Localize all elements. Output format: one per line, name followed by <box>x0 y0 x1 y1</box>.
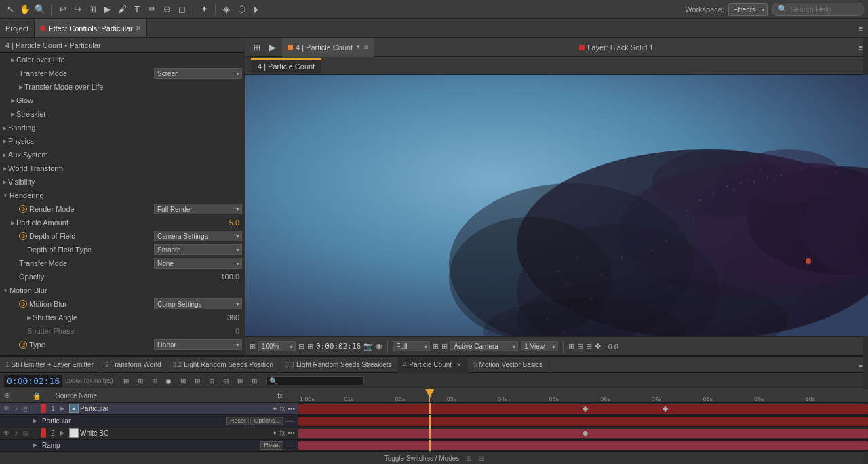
tl-bottom-icon-1[interactable]: ⊞ <box>466 455 471 462</box>
effect-controls-close[interactable]: ✕ <box>136 24 141 32</box>
tl-more-2[interactable]: ••• <box>288 429 295 437</box>
tl-solo-1[interactable]: ◎ <box>22 405 30 412</box>
quality-dropdown[interactable]: Full Half Quarter <box>393 341 430 351</box>
puppet-icon[interactable]: ✦ <box>198 3 210 16</box>
viewer-ctrl-icon-1[interactable]: ⊞ <box>250 342 256 351</box>
clone-icon[interactable]: ⊕ <box>161 3 173 16</box>
tl-tab-5[interactable]: 4 Particle Count ✕ <box>398 357 468 373</box>
tl-expand-2[interactable]: ▶ <box>60 429 68 436</box>
tl-search-input[interactable] <box>279 377 361 385</box>
expand-particle-amount[interactable]: ▶ <box>11 220 15 226</box>
stopwatch-mb[interactable]: ⏱ <box>19 300 27 308</box>
playback-icon[interactable]: ⏵ <box>250 3 262 16</box>
viewer-icon-2[interactable]: ▶ <box>266 41 278 54</box>
viewer-ctrl-icon-7[interactable]: ⊞ <box>441 342 448 351</box>
stopwatch-render-mode[interactable]: ⏱ <box>19 205 27 213</box>
tl-tab-2[interactable]: 2 Transform World <box>100 357 167 373</box>
expand-world-transform[interactable]: ▶ <box>3 166 7 172</box>
tl-ctrl-5[interactable]: ⊞ <box>177 374 189 387</box>
tl-ctrl-9[interactable]: ⊞ <box>234 374 246 387</box>
viewer-ctrl-icon-9[interactable]: ⊞ <box>577 342 583 351</box>
zoom-tool-icon[interactable]: 🔍 <box>34 3 46 16</box>
tl-ctrl-3[interactable]: ⊞ <box>149 374 161 387</box>
paint-icon[interactable]: 🖌 <box>116 3 128 16</box>
viewer-ctrl-icon-2[interactable]: ⊟ <box>298 342 304 351</box>
viewer-ctrl-icon-8[interactable]: ⊞ <box>568 342 574 351</box>
view-mode-dropdown[interactable]: Active Camera <box>450 341 518 351</box>
project-tab[interactable]: Project <box>0 19 35 37</box>
3d-icon[interactable]: ⬡ <box>235 3 248 16</box>
tl-tab-3[interactable]: 3.2 Light Random Seeds Position <box>167 357 279 373</box>
redo-icon[interactable]: ↪ <box>71 3 83 16</box>
particle-amount-value[interactable]: 5.0 <box>229 218 239 227</box>
shutter-phase-value[interactable]: 0 <box>235 327 239 335</box>
tl-timecode[interactable]: 0:00:02:16 <box>4 375 62 387</box>
tl-ctrl-10[interactable]: ⊞ <box>248 374 260 387</box>
viewer-ctrl-icon-3[interactable]: ⊞ <box>307 342 313 351</box>
tl-ctrl-8[interactable]: ⊞ <box>220 374 232 387</box>
toggle-switches-btn[interactable]: Toggle Switches / Modes <box>384 455 460 462</box>
eraser-icon[interactable]: ◻ <box>176 3 188 16</box>
tl-ctrl-1[interactable]: ⊞ <box>120 374 132 387</box>
playhead-handle[interactable] <box>425 389 434 398</box>
expand-transfer-mode-over-life[interactable]: ▶ <box>19 84 23 90</box>
tl-audio-2[interactable]: ♪ <box>12 429 20 437</box>
tl-fx-1[interactable]: fx <box>280 405 285 412</box>
viewer-ctrl-icon-4[interactable]: 📷 <box>363 342 373 351</box>
expand-aux-system[interactable]: ▶ <box>3 152 7 158</box>
transfer-mode-dropdown[interactable]: Screen <box>154 68 242 79</box>
expand-glow[interactable]: ▶ <box>11 98 15 104</box>
snapping-icon[interactable]: ◈ <box>220 3 233 16</box>
tl-bottom-icon-2[interactable]: ⊞ <box>478 455 484 462</box>
expand-shading[interactable]: ▶ <box>3 125 7 131</box>
tl-star-1[interactable]: ✦ <box>272 405 277 412</box>
selection-tool-icon[interactable]: ↖ <box>4 3 16 16</box>
render-mode-dropdown[interactable]: Full Render <box>154 204 242 214</box>
pen-icon[interactable]: ✏ <box>146 3 158 16</box>
shutter-angle-value[interactable]: 360 <box>227 313 239 322</box>
time-playhead[interactable] <box>429 389 430 402</box>
type-dropdown[interactable]: Linear <box>154 339 242 350</box>
search-input[interactable] <box>790 5 858 14</box>
motion-blur-dropdown[interactable]: Comp Settings <box>154 298 242 309</box>
tl-reset-ramp-btn[interactable]: Reset <box>260 441 283 450</box>
comp-dropdown-arrow[interactable]: ▼ <box>355 44 361 50</box>
comp-tab-close[interactable]: ✕ <box>363 44 369 51</box>
tl-tab-1[interactable]: 1 Still Emitter + Layer Emitter <box>0 357 100 373</box>
tl-star-2[interactable]: ✦ <box>272 429 277 437</box>
tl-options-btn[interactable]: Options... <box>250 417 283 425</box>
expand-physics[interactable]: ▶ <box>3 138 7 144</box>
dof-dropdown[interactable]: Camera Settings <box>154 231 242 241</box>
expand-color-over-life[interactable]: ▶ <box>11 57 15 63</box>
tl-solo-2[interactable]: ◎ <box>22 429 30 437</box>
render-icon[interactable]: ▶ <box>101 3 113 16</box>
viewer-ctrl-icon-5[interactable]: ◉ <box>376 342 382 351</box>
tl-reset-btn[interactable]: Reset <box>226 417 250 425</box>
opacity-value[interactable]: 100.0 <box>220 273 239 281</box>
expand-motion-blur[interactable]: ▼ <box>3 288 8 294</box>
tl-more-1[interactable]: ••• <box>288 405 295 412</box>
stopwatch-dof[interactable]: ⏱ <box>19 232 27 240</box>
levels-value[interactable]: 8 <box>235 354 239 355</box>
expand-visibility[interactable]: ▶ <box>3 179 7 185</box>
zoom-dropdown[interactable]: 100% 50% 200% <box>258 341 296 351</box>
tl-ctrl-6[interactable]: ⊞ <box>191 374 203 387</box>
viewer-ctrl-icon-11[interactable]: ✤ <box>595 342 601 351</box>
tl-fx-2[interactable]: fx <box>280 429 285 437</box>
new-comp-icon[interactable]: ⊞ <box>86 3 98 16</box>
tl-eye-2[interactable]: 👁 <box>3 429 11 437</box>
tl-ctrl-4[interactable]: ◉ <box>163 374 175 387</box>
tl-expand-particular[interactable]: ▶ <box>33 417 41 424</box>
expand-streaklet[interactable]: ▶ <box>11 111 15 117</box>
viewer-ctrl-icon-6[interactable]: ⊞ <box>433 342 439 351</box>
expand-shutter-angle[interactable]: ▶ <box>27 315 31 321</box>
expand-rendering[interactable]: ▼ <box>3 193 8 199</box>
dof-type-dropdown[interactable]: Smooth <box>154 244 242 255</box>
tl-tab-5-close[interactable]: ✕ <box>456 362 462 368</box>
transfer-mode2-dropdown[interactable]: None <box>154 258 242 269</box>
tl-tab-6[interactable]: 5 Motion Vector Basics <box>468 357 549 373</box>
tl-expand-ramp[interactable]: ▶ <box>33 442 41 448</box>
composition-tab[interactable]: 4 | Particle Count ▼ ✕ <box>282 38 374 57</box>
stopwatch-type[interactable]: ⏱ <box>19 341 27 349</box>
effect-controls-tab[interactable]: Effect Controls: Particular ✕ <box>35 19 147 37</box>
